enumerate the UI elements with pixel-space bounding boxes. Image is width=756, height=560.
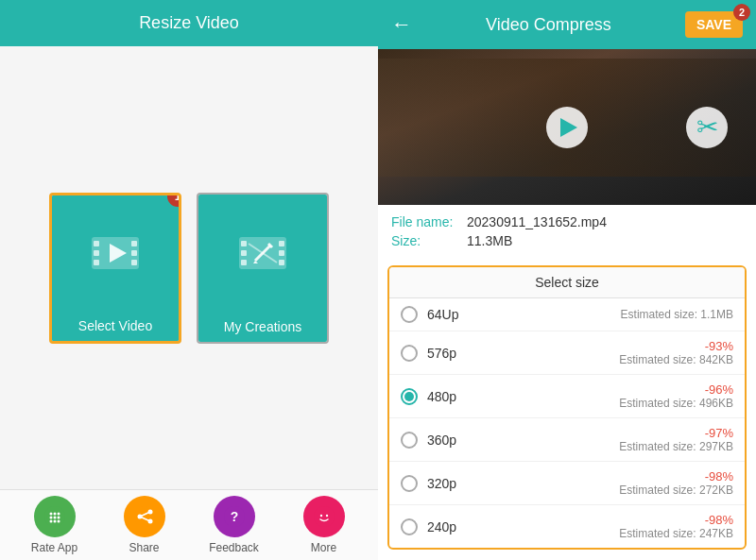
file-size-label: Size: — [391, 233, 467, 248]
svg-rect-14 — [279, 260, 284, 265]
svg-rect-4 — [131, 241, 137, 246]
svg-point-25 — [57, 517, 60, 519]
more-svg-icon — [312, 504, 336, 529]
my-creations-label: My Creations — [198, 312, 327, 342]
size-percent-320p: -98% — [619, 469, 733, 484]
size-option-240p[interactable]: 240p-98%Estimated size: 247KB — [389, 505, 745, 548]
right-panel: ← Video Compress SAVE 2 ✂ 00:00 00:07 — [378, 0, 756, 560]
size-info-480p: -96%Estimated size: 496KB — [619, 382, 733, 410]
select-size-header: Select size — [389, 267, 745, 298]
size-option-480p[interactable]: 480p-96%Estimated size: 496KB — [389, 375, 745, 418]
left-footer: Rate App Share ? — [0, 489, 378, 560]
my-creations-card[interactable]: My Creations — [197, 193, 329, 344]
size-label-64up: 64Up — [427, 307, 621, 322]
size-estimated-320p: Estimated size: 272KB — [619, 484, 733, 497]
file-name-value: 20230911_131652.mp4 — [467, 214, 607, 229]
svg-point-28 — [57, 520, 60, 523]
scissors-icon[interactable]: ✂ — [686, 107, 728, 148]
size-estimated-576p: Estimated size: 842KB — [619, 353, 733, 366]
radio-320p — [401, 475, 418, 492]
svg-point-39 — [325, 515, 327, 517]
svg-rect-12 — [279, 241, 284, 246]
size-label-480p: 480p — [427, 389, 619, 404]
size-info-576p: -93%Estimated size: 842KB — [619, 339, 733, 366]
feedback-icon: ? — [214, 496, 255, 537]
svg-point-21 — [53, 513, 56, 516]
select-video-card[interactable]: 1 Select Video — [49, 193, 181, 344]
rate-app-label: Rate App — [31, 541, 77, 554]
right-title: Video Compress — [421, 15, 676, 35]
size-label-576p: 576p — [427, 346, 619, 361]
share-label: Share — [129, 541, 159, 554]
size-estimated-240p: Estimated size: 247KB — [619, 527, 733, 540]
size-estimated-480p: Estimated size: 496KB — [619, 397, 733, 410]
play-triangle-icon — [560, 118, 577, 137]
size-info-64up: Estimated size: 1.1MB — [621, 308, 733, 321]
svg-rect-10 — [241, 250, 247, 256]
svg-point-23 — [49, 517, 52, 519]
size-label-240p: 240p — [427, 519, 619, 535]
size-percent-240p: -98% — [619, 513, 733, 527]
file-info: File name: 20230911_131652.mp4 Size: 11.… — [378, 205, 756, 262]
save-badge: 2 — [733, 4, 750, 21]
size-option-576p[interactable]: 576p-93%Estimated size: 842KB — [389, 331, 745, 375]
more-button[interactable]: More — [286, 496, 362, 554]
svg-point-27 — [53, 520, 56, 523]
feedback-button[interactable]: ? Feedback — [197, 496, 272, 554]
size-option-320p[interactable]: 320p-98%Estimated size: 272KB — [389, 462, 745, 505]
size-label-320p: 320p — [427, 476, 619, 491]
size-percent-360p: -97% — [619, 426, 733, 440]
video-thumbnail: ✂ — [378, 49, 756, 205]
size-info-240p: -98%Estimated size: 247KB — [619, 513, 733, 540]
radio-360p — [401, 432, 418, 449]
left-content: 1 Select Video — [0, 46, 378, 489]
left-header: Resize Video — [0, 0, 378, 46]
more-label: More — [311, 541, 336, 554]
size-estimated-360p: Estimated size: 297KB — [619, 440, 733, 453]
creations-icon — [234, 229, 291, 277]
size-label-360p: 360p — [427, 433, 619, 448]
video-preview: ✂ 00:00 00:07 — [378, 49, 756, 205]
svg-rect-9 — [241, 241, 247, 246]
feedback-svg-icon: ? — [222, 504, 247, 529]
film-icon — [87, 229, 144, 277]
svg-rect-1 — [94, 241, 99, 246]
size-option-360p[interactable]: 360p-97%Estimated size: 297KB — [389, 418, 745, 462]
back-arrow-icon[interactable]: ← — [391, 12, 412, 37]
svg-point-26 — [49, 520, 52, 523]
save-button[interactable]: SAVE 2 — [685, 11, 743, 38]
right-header: ← Video Compress SAVE 2 — [378, 0, 756, 49]
svg-rect-3 — [94, 260, 99, 265]
svg-rect-5 — [131, 250, 137, 256]
file-size-row: Size: 11.3MB — [391, 233, 743, 248]
size-percent-576p: -93% — [619, 339, 733, 353]
feedback-label: Feedback — [209, 541, 259, 554]
share-button[interactable]: Share — [107, 496, 182, 554]
radio-480p — [401, 388, 418, 405]
size-info-320p: -98%Estimated size: 272KB — [619, 469, 733, 497]
size-options-list: 64UpEstimated size: 1.1MB576p-93%Estimat… — [389, 298, 745, 548]
rate-app-button[interactable]: Rate App — [17, 496, 93, 554]
svg-point-29 — [134, 506, 155, 527]
left-title: Resize Video — [139, 13, 239, 32]
left-panel: Resize Video 1 — [0, 0, 378, 560]
svg-rect-13 — [279, 250, 284, 256]
file-name-label: File name: — [391, 214, 467, 229]
size-percent-480p: -96% — [619, 382, 733, 397]
size-estimated-64up: Estimated size: 1.1MB — [621, 308, 733, 321]
select-video-label: Select Video — [52, 311, 179, 341]
size-option-64up[interactable]: 64UpEstimated size: 1.1MB — [389, 298, 745, 331]
svg-point-24 — [53, 517, 56, 519]
svg-point-22 — [57, 513, 60, 516]
size-info-360p: -97%Estimated size: 297KB — [619, 426, 733, 453]
svg-point-20 — [49, 513, 52, 516]
rate-app-icon — [34, 496, 76, 537]
play-button[interactable] — [546, 107, 588, 148]
share-svg-icon — [132, 504, 157, 529]
rate-star-icon — [43, 504, 67, 529]
svg-rect-11 — [241, 260, 247, 265]
svg-point-37 — [314, 506, 335, 527]
file-size-value: 11.3MB — [467, 233, 512, 248]
radio-240p — [401, 518, 418, 535]
my-creations-icon-area — [198, 195, 327, 312]
